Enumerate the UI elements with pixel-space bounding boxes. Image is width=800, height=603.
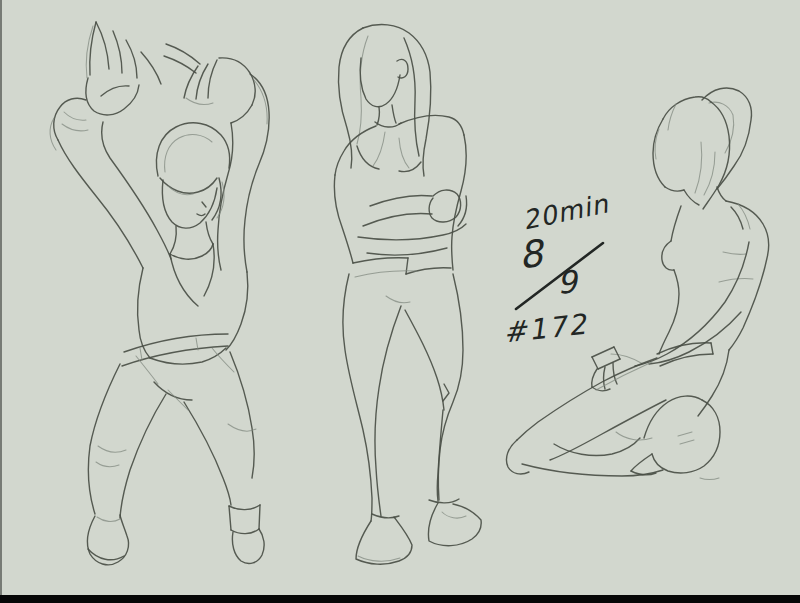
- figure-arms-crossed: [334, 25, 481, 565]
- note-pose-denominator: 9: [556, 263, 578, 300]
- screen-edge-left: [0, 0, 2, 603]
- figure-kneeling: [506, 88, 768, 480]
- figure-arms-raised: [50, 22, 269, 565]
- letterbox-bottom-bar: [0, 595, 800, 603]
- gesture-sketches: [0, 0, 800, 603]
- note-pose-numerator: 8: [517, 232, 545, 277]
- drawing-canvas: 20min 8 9 #172: [0, 0, 800, 603]
